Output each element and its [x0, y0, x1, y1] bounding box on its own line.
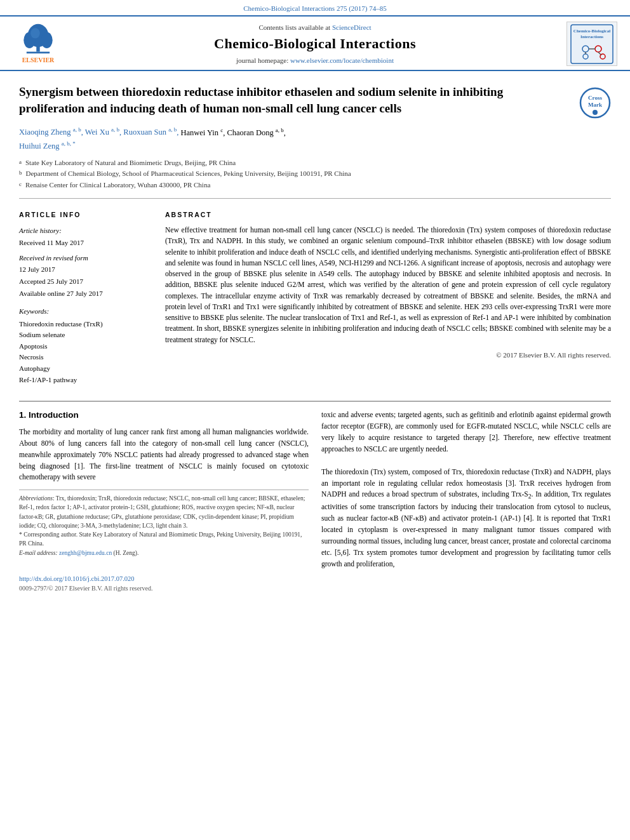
- elsevier-tree-icon: [19, 23, 57, 55]
- abstract-column: ABSTRACT New effective treatment for hum…: [165, 210, 611, 385]
- introduction-section: 1. Introduction The morbidity and mortal…: [19, 410, 611, 570]
- journal-header: ELSEVIER Contents lists available at Sci…: [0, 15, 630, 71]
- revised-date: 12 July 2017: [19, 263, 152, 276]
- keywords-label: Keywords:: [19, 307, 152, 316]
- received-date: Received 11 May 2017: [19, 237, 152, 249]
- abstract-text: New effective treatment for human non-sm…: [165, 225, 611, 345]
- article-title-section: Synergism between thioredoxin reductase …: [19, 71, 611, 125]
- main-content: Synergism between thioredoxin reductase …: [0, 71, 630, 570]
- article-info-block: Article history: Received 11 May 2017 Re…: [19, 225, 152, 299]
- introduction-right-text-1: toxic and adverse events; targeted agent…: [321, 410, 611, 455]
- abstract-heading: ABSTRACT: [165, 210, 611, 220]
- science-direct-link[interactable]: ScienceDirect: [332, 23, 372, 31]
- email-link[interactable]: zenghh@bjmu.edu.cn: [59, 550, 112, 556]
- accepted-date: Accepted 25 July 2017: [19, 276, 152, 288]
- journal-ref-bar: Chemico-Biological Interactions 275 (201…: [0, 0, 630, 15]
- footnote-abbreviations: Abbreviations: Trx, thioredoxin; TrxR, t…: [19, 494, 309, 530]
- journal-reference: Chemico-Biological Interactions 275 (201…: [243, 4, 386, 12]
- keyword-6: Ref-1/AP-1 pathway: [19, 375, 152, 386]
- affiliation-a: State Key Laboratory of Natural and Biom…: [25, 157, 236, 169]
- footnote-section: Abbreviations: Trx, thioredoxin; TrxR, t…: [19, 490, 309, 557]
- authors-line: Xiaoqing Zheng a, b, Wei Xu a, b, Ruoxua…: [19, 125, 611, 152]
- divider-1: [19, 198, 611, 199]
- footnote-corresponding: * Corresponding author. State Key Labora…: [19, 530, 309, 549]
- contents-line: Contents lists available at ScienceDirec…: [64, 23, 566, 32]
- introduction-right-text-2: The thioredoxin (Trx) system, composed o…: [321, 467, 611, 570]
- page-container: Chemico-Biological Interactions 275 (201…: [0, 0, 630, 840]
- bottom-links: http://dx.doi.org/10.1016/j.cbi.2017.07.…: [0, 570, 630, 597]
- revised-label: Received in revised form: [19, 252, 152, 264]
- svg-text:Interactions: Interactions: [580, 34, 603, 39]
- footnote-email: E-mail address: zenghh@bjmu.edu.cn (H. Z…: [19, 549, 309, 557]
- svg-point-5: [30, 29, 40, 39]
- online-date: Available online 27 July 2017: [19, 288, 152, 300]
- keywords-block: Keywords: Thioredoxin reductase (TrxR) S…: [19, 307, 152, 385]
- introduction-title: 1. Introduction: [19, 410, 309, 422]
- keyword-4: Necrosis: [19, 352, 152, 363]
- crossmark-badge-icon: Cross Mark: [579, 87, 611, 119]
- affiliation-b: Department of Chemical Biology, School o…: [26, 168, 351, 180]
- journal-homepage-line: journal homepage: www.elsevier.com/locat…: [64, 56, 566, 65]
- article-info-column: ARTICLE INFO Article history: Received 1…: [19, 210, 152, 385]
- svg-text:Mark: Mark: [588, 102, 602, 108]
- journal-title: Chemico-Biological Interactions: [64, 34, 566, 54]
- doi-link[interactable]: http://dx.doi.org/10.1016/j.cbi.2017.07.…: [19, 575, 135, 582]
- elsevier-name: ELSEVIER: [22, 56, 55, 65]
- chemico-logo-icon: Chemico-Biological Interactions: [570, 23, 614, 65]
- svg-point-19: [593, 110, 598, 115]
- svg-rect-1: [27, 52, 50, 54]
- homepage-url[interactable]: www.elsevier.com/locate/chembioint: [290, 57, 394, 64]
- keyword-5: Autophagy: [19, 363, 152, 375]
- introduction-right-col: toxic and adverse events; targeted agent…: [321, 410, 611, 570]
- keyword-3: Apoptosis: [19, 341, 152, 352]
- journal-logo-right: Chemico-Biological Interactions: [566, 22, 617, 66]
- copyright-line: © 2017 Elsevier B.V. All rights reserved…: [165, 350, 611, 360]
- history-label: Article history:: [19, 225, 152, 237]
- article-info-abstract-row: ARTICLE INFO Article history: Received 1…: [19, 204, 611, 392]
- keyword-2: Sodium selenate: [19, 330, 152, 341]
- affiliation-c: Renaise Center for Clinical Laboratory, …: [25, 180, 210, 191]
- bottom-copyright: 0009-2797/© 2017 Elsevier B.V. All right…: [19, 585, 152, 592]
- introduction-left-text: The morbidity and mortality of lung canc…: [19, 427, 309, 483]
- keyword-1: Thioredoxin reductase (TrxR): [19, 319, 152, 330]
- article-title: Synergism between thioredoxin reductase …: [19, 84, 579, 116]
- article-info-heading: ARTICLE INFO: [19, 210, 152, 220]
- svg-text:Chemico-Biological: Chemico-Biological: [573, 29, 610, 34]
- journal-header-center: Contents lists available at ScienceDirec…: [64, 23, 566, 66]
- body-divider: [19, 401, 611, 402]
- elsevier-logo: ELSEVIER: [13, 23, 64, 65]
- affiliations: aState Key Laboratory of Natural and Bio…: [19, 157, 611, 191]
- svg-text:Cross: Cross: [588, 95, 602, 101]
- svg-point-4: [41, 32, 53, 48]
- introduction-left-col: 1. Introduction The morbidity and mortal…: [19, 410, 309, 570]
